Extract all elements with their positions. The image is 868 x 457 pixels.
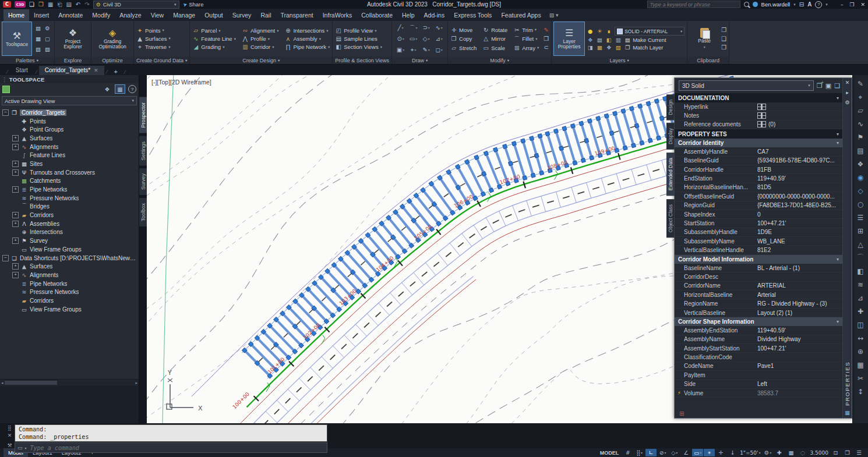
section-header-documentation[interactable]: DOCUMENTATION▾ (675, 93, 842, 102)
property-row-payitem[interactable]: ⚡PayItem (675, 371, 842, 380)
menu-tab-manage[interactable]: Manage (168, 9, 200, 21)
property-value[interactable]: 81E2 (757, 247, 842, 253)
panel-label-modify[interactable]: Modify▾ (448, 56, 551, 64)
property-row-side[interactable]: ⚡SideLeft (675, 380, 842, 389)
side-tool-icon-7[interactable]: ◉ (853, 171, 868, 184)
status-toggle-14[interactable]: ◌ (798, 449, 809, 456)
draw-tool-icon-0[interactable]: ╱▾ (394, 23, 407, 33)
section-header-corridor-identity[interactable]: Corridor Identity▾ (675, 139, 842, 147)
status-toggle-4[interactable]: ◇▾ (669, 449, 680, 456)
paste-button[interactable]: Paste ▾ (690, 22, 719, 55)
ribbon-item-assembly[interactable]: ⋏Assembly▾ (284, 36, 330, 42)
layer-state-icon-0[interactable]: ● (587, 28, 594, 34)
property-value[interactable]: 38583.7 (757, 390, 842, 396)
property-row-hyperlink[interactable]: ⚡Hyperlink (675, 102, 842, 111)
menu-tab-home[interactable]: Home (3, 9, 29, 21)
property-row-horizontalbaselinehan-[interactable]: ⚡HorizontalBaselineHan...81D5 (675, 183, 842, 192)
layer-tool-icon-row3-0[interactable]: ◨ (587, 44, 594, 51)
property-value[interactable]: {00000000-0000-0000-0000... (757, 193, 842, 200)
property-row-reference-documents[interactable]: ⚡Reference documents(0) (675, 121, 842, 129)
tree-item-point-groups[interactable]: +❖Point Groups (2, 125, 139, 134)
layer-tool-icon-row2-3[interactable]: ▥ (615, 37, 622, 43)
ribbon-item-fillet[interactable]: ⌒Fillet▾ (513, 35, 539, 43)
modify-extra-icon-1[interactable]: ❒ (544, 36, 549, 42)
tree-expander-icon[interactable]: + (12, 212, 19, 218)
property-row-regionname[interactable]: ⚡RegionNameRG - Divided Highway - (3) (675, 299, 842, 308)
tree-expander-icon[interactable]: + (12, 144, 19, 150)
status-toggle-18[interactable]: ☰ (853, 449, 865, 456)
tree-item-surfaces[interactable]: +▲Surfaces (2, 262, 139, 271)
help-chevron-icon[interactable]: ▾ (825, 2, 828, 7)
tree-item-alignments[interactable]: +∿Alignments (2, 143, 139, 151)
ribbon-item-profile-view[interactable]: ◰Profile View▾ (335, 27, 382, 34)
property-row-endstation[interactable]: ⚡EndStation119+40.59' (675, 174, 842, 183)
corridor-grip[interactable] (587, 119, 592, 123)
property-row-verticalbaselinehandle[interactable]: ⚡VerticalBaselineHandle81E2 (675, 246, 842, 254)
side-tool-icon-16[interactable]: ⊿ (853, 291, 868, 304)
user-chevron-icon[interactable]: ▾ (793, 2, 796, 7)
user-name[interactable]: Ben.wardell (761, 1, 791, 8)
toolspace-tab-prospector[interactable]: Prospector (139, 97, 147, 133)
tree-expander-icon[interactable]: + (12, 238, 19, 244)
model-space-label[interactable]: MODEL (600, 450, 619, 456)
ribbon-item-points[interactable]: ✦Points▾ (136, 27, 171, 34)
side-tool-icon-21[interactable]: ▦ (853, 358, 868, 371)
panel-label-draw[interactable]: Draw▾ (392, 56, 447, 64)
corridor-grip[interactable] (646, 101, 651, 106)
tree-item-pipe-networks[interactable]: +≣Pipe Networks (2, 279, 139, 288)
ribbon-item-corridor[interactable]: ▥Corridor▾ (242, 44, 279, 50)
property-row-verticalbaseline[interactable]: ⚡VerticalBaselineLayout (2) (1) (675, 309, 842, 317)
layer-tool-icon-row2-2[interactable]: ◧ (605, 37, 612, 43)
draw-tool-icon-7[interactable]: ⊿▾ (433, 34, 445, 44)
menu-tab-modify[interactable]: Modify (87, 9, 115, 21)
redo-icon[interactable]: ↷ (84, 2, 89, 8)
share-button[interactable]: ➤ Share (183, 1, 204, 8)
side-tool-icon-23[interactable]: ↕ (853, 385, 868, 398)
corridor-grip[interactable] (629, 106, 634, 111)
palette-tab-extended-data[interactable]: Extended Data (666, 153, 675, 196)
restore-button[interactable]: ❐ (849, 2, 854, 8)
property-value[interactable]: 119+40.59' (757, 175, 842, 182)
command-close-icon[interactable]: ✕ (8, 433, 12, 438)
menu-tab-collaborate[interactable]: Collaborate (357, 9, 397, 21)
status-toggle-6[interactable]: ▭▾ (692, 449, 703, 456)
property-value[interactable]: Arterial (757, 292, 842, 298)
panel-label-palettes[interactable]: Palettes▾ (0, 56, 54, 64)
close-button[interactable]: ✕ (860, 2, 865, 8)
scroll-left-icon[interactable]: ◂ (1, 381, 3, 385)
corridor-grip[interactable] (654, 99, 659, 104)
property-row-assemblystartstation[interactable]: ⚡AssemblyStartStation100+47.21' (675, 344, 842, 353)
draw-tool-icon-10[interactable]: ✎▾ (420, 45, 432, 55)
property-value[interactable]: Left (757, 381, 842, 387)
property-value[interactable]: 0 (757, 211, 842, 218)
command-grip-icon[interactable]: ⣿ (8, 425, 12, 431)
status-toggle-15[interactable]: 3.5000 (809, 449, 830, 456)
status-toggle-13[interactable]: ▦ (786, 449, 797, 456)
clipboard-mini-icon-1[interactable]: ❑ (721, 36, 726, 42)
corridor-grip[interactable] (659, 116, 664, 121)
ribbon-item-alignment[interactable]: ∾Alignment▾ (242, 27, 279, 34)
side-tool-icon-1[interactable]: ⌖ (853, 90, 868, 104)
property-row-notes[interactable]: ⚡Notes (675, 111, 842, 120)
layer-state-icon-1[interactable]: ☀ (596, 28, 603, 34)
property-value[interactable]: {593491B6-578E-4D80-97C... (757, 157, 842, 164)
status-toggle-10[interactable]: 1"=50'▾ (739, 449, 761, 456)
save-icon[interactable]: ▦ (48, 2, 53, 8)
corridor-grip[interactable] (562, 126, 567, 131)
ribbon-item-parcel[interactable]: ▱Parcel▾ (192, 27, 236, 34)
workspace-switcher[interactable]: ⚙ Civil 3D ▾ (93, 1, 179, 9)
status-toggle-1[interactable]: ⣿▾ (634, 449, 645, 456)
list-view-toggle-icon[interactable]: ▦ (115, 84, 125, 94)
tree-expander-icon[interactable]: + (12, 221, 19, 227)
tree-item-intersections[interactable]: +⊕Intersections (2, 228, 139, 237)
property-value[interactable]: Divided Highway (757, 336, 842, 342)
property-value[interactable] (757, 112, 842, 119)
viewport-controls[interactable]: [-][Top][2D Wireframe] (151, 79, 211, 86)
search-input[interactable] (647, 1, 740, 8)
cart-icon[interactable]: ⊟ (799, 1, 804, 8)
app-menu-button[interactable]: C (3, 1, 11, 8)
draw-tool-icon-6[interactable]: ◇▾ (420, 34, 432, 44)
scroll-right-icon[interactable]: ▸ (135, 381, 137, 385)
ribbon-item-section-views[interactable]: ◧Section Views▾ (335, 44, 382, 50)
corridor-grip[interactable] (623, 146, 627, 150)
